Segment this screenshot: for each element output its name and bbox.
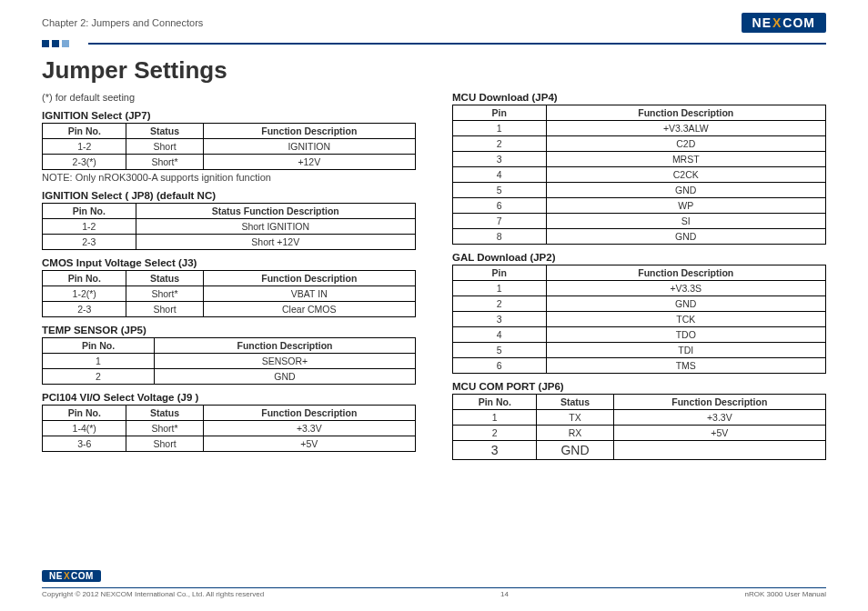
td: TDO bbox=[546, 327, 826, 343]
th: Function Description bbox=[613, 395, 825, 410]
table-header-row: Pin No. Status Function Description bbox=[43, 124, 416, 139]
table-row: 8GND bbox=[453, 229, 826, 245]
td: Short bbox=[126, 302, 203, 317]
table-jp5: Pin No. Function Description 1 SENSOR+ 2… bbox=[42, 337, 416, 385]
table-jp8: Pin No. Status Function Description 1-2 … bbox=[42, 203, 416, 250]
nexcom-logo: NEXCOM bbox=[742, 13, 826, 33]
td: 2-3 bbox=[43, 302, 126, 317]
logo-x: X bbox=[64, 571, 70, 581]
td: 1-2(*) bbox=[43, 286, 126, 302]
horizontal-rule bbox=[88, 43, 826, 45]
th: Function Description bbox=[203, 124, 415, 139]
th: Pin No. bbox=[43, 338, 155, 354]
square-decor bbox=[62, 40, 69, 47]
th: Status bbox=[126, 124, 203, 139]
td: SI bbox=[546, 214, 826, 229]
td: Short bbox=[126, 139, 203, 155]
logo-post: COM bbox=[71, 571, 94, 581]
table-row: 2-3(*) Short* +12V bbox=[43, 155, 416, 170]
right-column: MCU Download (JP4) Pin Function Descript… bbox=[452, 92, 826, 462]
th: Pin bbox=[453, 265, 547, 281]
td: GND bbox=[546, 296, 826, 312]
td: GND bbox=[537, 441, 613, 460]
table-row: 1-2 Short IGNITION bbox=[43, 139, 416, 155]
th: Pin No. bbox=[43, 204, 136, 219]
table-j3: Pin No. Status Function Description 1-2(… bbox=[42, 270, 416, 317]
table-row: 3MRST bbox=[453, 152, 826, 167]
default-note: (*) for default seeting bbox=[42, 92, 416, 103]
th: Status bbox=[126, 271, 203, 286]
th: Status bbox=[537, 395, 613, 410]
td: Short* bbox=[126, 421, 203, 436]
td: 6 bbox=[453, 198, 547, 214]
td: +12V bbox=[203, 155, 415, 170]
table-header-row: Pin No. Status Function Description bbox=[43, 271, 416, 286]
td: 6 bbox=[453, 358, 547, 374]
td: 7 bbox=[453, 214, 547, 229]
nexcom-logo-footer: NEXCOM bbox=[42, 570, 101, 582]
td: SENSOR+ bbox=[155, 354, 416, 369]
table-row: 2C2D bbox=[453, 136, 826, 152]
td: 3-6 bbox=[43, 436, 126, 452]
td: 2 bbox=[453, 136, 547, 152]
table-row: 1+V3.3S bbox=[453, 281, 826, 296]
table-j9: Pin No. Status Function Description 1-4(… bbox=[42, 405, 416, 452]
td: +3.3V bbox=[203, 421, 415, 436]
td: 1 bbox=[453, 410, 537, 426]
table-jp6: Pin No. Status Function Description 1 TX… bbox=[452, 394, 826, 460]
th: Pin No. bbox=[43, 271, 126, 286]
table-row: 2-3 Short +12V bbox=[43, 235, 416, 250]
page-number: 14 bbox=[500, 590, 509, 598]
copyright-text: Copyright © 2012 NEXCOM International Co… bbox=[42, 590, 264, 598]
td: TX bbox=[537, 410, 613, 426]
table-header-row: Pin No. Status Function Description bbox=[43, 406, 416, 421]
td: Short bbox=[126, 436, 203, 452]
td: Short +12V bbox=[136, 235, 416, 250]
td: +V3.3S bbox=[546, 281, 826, 296]
th: Function Description bbox=[203, 271, 415, 286]
td: Clear CMOS bbox=[203, 302, 415, 317]
table-row: 5GND bbox=[453, 183, 826, 198]
table-row: 4C2CK bbox=[453, 167, 826, 183]
td: TCK bbox=[546, 312, 826, 327]
table-row: 4TDO bbox=[453, 327, 826, 343]
td bbox=[613, 441, 825, 460]
th: Status bbox=[126, 406, 203, 421]
td: 5 bbox=[453, 183, 547, 198]
td: IGNITION bbox=[203, 139, 415, 155]
content-columns: (*) for default seeting IGNITION Select … bbox=[42, 92, 826, 462]
td: 8 bbox=[453, 229, 547, 245]
section-title: MCU COM PORT (JP6) bbox=[452, 381, 826, 392]
td: C2D bbox=[546, 136, 826, 152]
td: 3 bbox=[453, 312, 547, 327]
square-decor bbox=[42, 40, 49, 47]
table-row: 2 RX +5V bbox=[453, 426, 826, 441]
td: +5V bbox=[613, 426, 825, 441]
table-row: 5TDI bbox=[453, 343, 826, 358]
page-footer: NEXCOM Copyright © 2012 NEXCOM Internati… bbox=[42, 566, 826, 599]
td: GND bbox=[155, 369, 416, 385]
table-row: 1+V3.3ALW bbox=[453, 121, 826, 136]
table-row: 1-2 Short IGNITION bbox=[43, 219, 416, 235]
td: 2 bbox=[453, 426, 537, 441]
td: 2-3(*) bbox=[43, 155, 126, 170]
logo-pre: NE bbox=[49, 571, 63, 581]
square-decor bbox=[52, 40, 59, 47]
th: Pin bbox=[453, 105, 547, 121]
td: MRST bbox=[546, 152, 826, 167]
section-title: IGNITION Select (JP7) bbox=[42, 110, 416, 121]
td: Short IGNITION bbox=[136, 219, 416, 235]
td: 1 bbox=[453, 121, 547, 136]
chapter-label: Chapter 2: Jumpers and Connectors bbox=[42, 17, 203, 28]
section-title: CMOS Input Voltage Select (J3) bbox=[42, 257, 416, 268]
table-row: 3-6 Short +5V bbox=[43, 436, 416, 452]
td: RX bbox=[537, 426, 613, 441]
section-title: TEMP SENSOR (JP5) bbox=[42, 325, 416, 336]
td: TMS bbox=[546, 358, 826, 374]
td: 3 bbox=[453, 152, 547, 167]
td: 1-2 bbox=[43, 139, 126, 155]
td: 3 bbox=[453, 441, 537, 460]
td: GND bbox=[546, 183, 826, 198]
td: 1-2 bbox=[43, 219, 136, 235]
td: 2 bbox=[43, 369, 155, 385]
